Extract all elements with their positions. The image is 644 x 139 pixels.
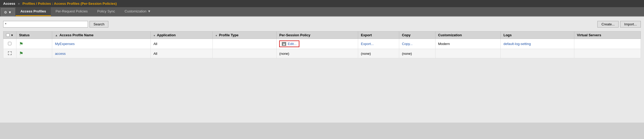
row2-copy-cell: (none) [399,49,436,58]
table-row: ⚑ access All (none) (none) (non [3,49,641,58]
access-label: Access [3,2,15,6]
row2-status-cell: ⚑ [16,49,52,58]
row2-copy-value: (none) [402,52,412,56]
row1-virtual-servers-cell [574,39,641,49]
row1-copy-link[interactable]: Copy... [402,42,412,46]
row1-copy-cell[interactable]: Copy... [399,39,436,49]
customization-dropdown-arrow: ▼ [148,9,151,13]
th-dropdown-arrow[interactable]: ▼ [11,34,14,37]
search-row: Search Create... Import... [3,21,641,28]
row2-application-value: All [153,52,157,56]
row1-name-cell: MyExpenses [52,39,151,49]
th-name-label: Access Profile Name [59,33,94,37]
row1-application-value: All [153,42,157,46]
search-left: Search [3,21,108,28]
th-customization-label: Customization [438,33,462,37]
row1-application-cell: All [151,39,213,49]
tab-per-request-policies-label: Per-Request Policies [56,9,88,13]
row2-customization-cell [435,49,501,58]
row2-name-cell: access [52,49,151,58]
th-logs-label: Logs [503,33,512,37]
create-button-label: Create... [601,22,615,26]
main-content: Search Create... Import... ▼ [0,17,644,123]
th-status: Status [16,32,52,39]
gear-dropdown-arrow: ▼ [8,10,12,14]
row2-logs-cell [501,49,574,58]
row1-edit-icon: ▣ [282,42,286,46]
th-copy: Copy [399,32,436,39]
th-logs: Logs [501,32,574,39]
row1-customization-cell: Modern [435,39,501,49]
row2-export-value: (none) [361,52,371,56]
breadcrumb-text: Profiles / Policies : Access Profiles (P… [23,2,117,6]
table-header-row: ▼ Status ▲ Access Profile Name ⬧ Applica… [3,32,641,39]
th-per-session-label: Per-Session Policy [279,33,310,37]
search-right: Create... Import... [597,21,641,28]
create-button[interactable]: Create... [597,21,619,28]
select-all-checkbox[interactable] [6,33,10,37]
row2-checkbox-cell[interactable] [3,49,16,58]
row2-per-session-cell: (none) [277,49,358,58]
tab-policy-sync[interactable]: Policy Sync [92,7,120,16]
gear-icon: ⚙ [4,10,7,14]
tab-per-request-policies[interactable]: Per-Request Policies [51,7,92,16]
row2-per-session-value: (none) [279,52,289,56]
table-row: ⚑ MyExpenses All ▣ Edit... [3,39,641,49]
th-name[interactable]: ▲ Access Profile Name [52,32,151,39]
th-customization: Customization [435,32,501,39]
row1-name-link[interactable]: MyExpenses [55,42,74,46]
row1-logs-link[interactable]: default-log-setting [503,42,531,46]
tab-access-profiles[interactable]: Access Profiles [16,7,51,16]
th-export-label: Export [361,33,372,37]
row1-profile-type-cell [213,39,277,49]
th-export: Export [358,32,399,39]
row2-application-cell: All [151,49,213,58]
tab-customization-label: Customization [125,9,146,13]
tab-access-profiles-label: Access Profiles [20,9,46,13]
row1-edit-button[interactable]: ▣ Edit... [279,41,299,47]
row1-logs-cell[interactable]: default-log-setting [501,39,574,49]
row1-checkbox[interactable] [8,42,11,45]
name-sort-icon: ▲ [55,34,58,37]
row1-status-cell: ⚑ [16,39,52,49]
row1-customization-value: Modern [438,42,450,46]
th-virtual-servers: Virtual Servers [574,32,641,39]
row1-export-link[interactable]: Export... [361,42,374,46]
row1-per-session-cell[interactable]: ▣ Edit... [277,39,358,49]
row1-flag-icon: ⚑ [19,41,23,47]
th-per-session-policy: Per-Session Policy [277,32,358,39]
top-bar: Access » Profiles / Policies : Access Pr… [0,0,644,7]
breadcrumb-chevrons: » [18,2,20,6]
th-virtual-servers-label: Virtual Servers [577,33,601,37]
tab-customization[interactable]: Customization ▼ [120,7,156,16]
tab-policy-sync-label: Policy Sync [97,9,115,13]
application-sort-icon: ⬧ [153,34,155,37]
th-profile-type-label: Profile Type [219,33,238,37]
row1-export-cell[interactable]: Export... [358,39,399,49]
profile-type-sort-icon: ⬧ [215,34,217,37]
tab-bar: ⚙ ▼ Access Profiles Per-Request Policies… [0,7,644,17]
row1-checkbox-cell[interactable] [3,39,16,49]
th-copy-label: Copy [402,33,411,37]
search-button[interactable]: Search [90,21,108,28]
th-profile-type[interactable]: ⬧ Profile Type [213,32,277,39]
row2-dashed-checkbox[interactable] [8,51,12,55]
row2-flag-icon: ⚑ [19,51,23,56]
import-button[interactable]: Import... [620,21,641,28]
search-button-label: Search [94,22,104,26]
th-application[interactable]: ⬧ Application [151,32,213,39]
th-status-label: Status [19,33,30,37]
profiles-table: ▼ Status ▲ Access Profile Name ⬧ Applica… [3,31,641,58]
row2-name-link[interactable]: access [55,52,65,56]
search-input[interactable] [3,21,88,28]
th-checkbox[interactable]: ▼ [3,32,16,39]
th-application-label: Application [157,33,176,37]
row1-edit-link[interactable]: Edit... [288,42,296,46]
row2-virtual-servers-cell [574,49,641,58]
row2-profile-type-cell [213,49,277,58]
row2-export-cell: (none) [358,49,399,58]
gear-button[interactable]: ⚙ ▼ [1,8,15,16]
import-button-label: Import... [624,22,637,26]
